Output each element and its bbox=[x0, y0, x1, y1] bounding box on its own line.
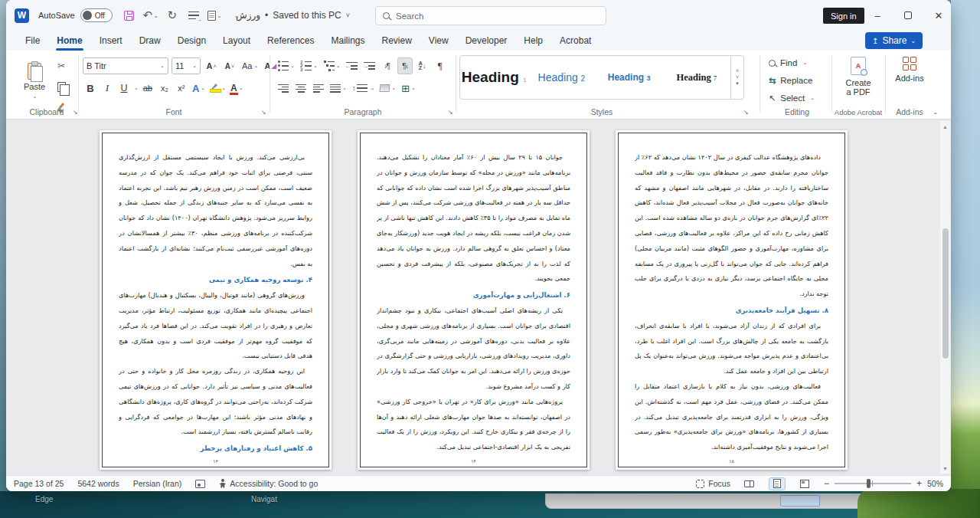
font-size-combo[interactable]: 11 ⌄ bbox=[172, 57, 201, 74]
strikethrough-button[interactable]: ab bbox=[140, 80, 155, 97]
justify-button[interactable]: ⌄ bbox=[328, 80, 348, 97]
document-title[interactable]: ورزش • Saved to this PC ˅ bbox=[236, 0, 350, 31]
tab-file[interactable]: File bbox=[17, 31, 48, 51]
web-layout-button[interactable] bbox=[796, 477, 813, 490]
right-to-left-button[interactable]: ¶‹ bbox=[397, 57, 413, 74]
bold-button[interactable]: B bbox=[83, 80, 98, 97]
align-right-button[interactable] bbox=[276, 80, 291, 97]
tab-review[interactable]: Review bbox=[374, 31, 420, 51]
zoom-slider-tick bbox=[872, 480, 873, 487]
zoom-in-button[interactable]: + bbox=[916, 478, 922, 489]
autosave-toggle[interactable]: Off bbox=[80, 8, 113, 22]
font-dialog-launcher[interactable]: ↘ bbox=[259, 107, 268, 116]
style-heading-3[interactable]: Heading 3 bbox=[596, 72, 663, 83]
add-ins-button[interactable]: Add-ins bbox=[891, 57, 928, 83]
styles-gallery-scroll[interactable]: ˄˅▾ bbox=[730, 56, 743, 99]
tab-home[interactable]: Home bbox=[48, 31, 90, 51]
page-indicator[interactable]: Page 13 of 25 bbox=[14, 479, 64, 488]
macro-record-icon[interactable] bbox=[195, 480, 205, 488]
style-heading-7[interactable]: Heading 7 bbox=[663, 72, 730, 84]
style-heading-2[interactable]: Heading 2 bbox=[528, 71, 595, 84]
scroll-up-icon[interactable]: ▲ bbox=[942, 121, 948, 132]
style-heading-1[interactable]: Heading 1 bbox=[460, 69, 528, 86]
bullets-button[interactable]: ⌄ bbox=[276, 57, 296, 74]
collapse-ribbon-button[interactable]: ⌄ bbox=[933, 108, 939, 116]
read-mode-button[interactable] bbox=[741, 477, 758, 490]
shrink-font-button[interactable]: A˅ bbox=[222, 57, 237, 74]
cut-button[interactable]: ✂ bbox=[54, 57, 69, 74]
italic-button[interactable]: I bbox=[100, 80, 115, 97]
accessibility-status[interactable]: Accessibility: Good to go bbox=[219, 479, 318, 488]
left-to-right-button[interactable]: ›¶ bbox=[380, 57, 395, 74]
tab-design[interactable]: Design bbox=[169, 31, 214, 51]
word-app-icon[interactable]: W bbox=[15, 8, 29, 23]
language-indicator[interactable]: Persian (Iran) bbox=[133, 479, 182, 488]
zoom-percentage[interactable]: 50% bbox=[927, 479, 943, 488]
editor-pane-button[interactable] bbox=[185, 5, 203, 25]
tab-references[interactable]: References bbox=[259, 31, 322, 51]
export-document-button[interactable]: ⌄ bbox=[206, 5, 224, 25]
document-paragraph: پروژه‌هایی مانند «ورزش برای کار» در تهرا… bbox=[377, 395, 570, 453]
tab-mailings[interactable]: Mailings bbox=[322, 31, 373, 51]
scroll-down-icon[interactable]: ▼ bbox=[942, 463, 948, 474]
sort-button[interactable]: AZ↓ bbox=[415, 57, 430, 74]
tab-layout[interactable]: Layout bbox=[214, 31, 259, 51]
grow-font-button[interactable]: A˄ bbox=[204, 57, 219, 74]
font-color-button[interactable]: A⌄ bbox=[229, 80, 245, 97]
search-icon bbox=[383, 12, 390, 19]
word-count[interactable]: 5642 words bbox=[77, 479, 119, 488]
share-button[interactable]: ↥ Share ⌄ bbox=[865, 32, 923, 49]
vertical-scrollbar[interactable]: ▲ ▼ bbox=[940, 121, 950, 474]
zoom-out-button[interactable]: − bbox=[824, 478, 829, 489]
zoom-slider[interactable] bbox=[835, 483, 911, 484]
shading-button[interactable]: ⌄ bbox=[378, 80, 397, 97]
superscript-button[interactable]: x² bbox=[174, 80, 189, 97]
print-layout-button[interactable] bbox=[769, 477, 786, 490]
scrollbar-thumb[interactable] bbox=[942, 228, 949, 359]
document-page[interactable]: جوانان ۱۵ تا ۲۹ سال بیش از ۶۰٪ آمار معتا… bbox=[358, 130, 590, 470]
borders-button[interactable]: ⊞⌄ bbox=[400, 80, 417, 97]
change-case-button[interactable]: Aa⌄ bbox=[240, 57, 260, 74]
highlight-color-button[interactable]: ⌄ bbox=[208, 80, 227, 97]
copy-button[interactable] bbox=[54, 78, 69, 95]
subscript-button[interactable]: x₂ bbox=[157, 80, 172, 97]
tab-draw[interactable]: Draw bbox=[131, 31, 169, 51]
tab-developer[interactable]: Developer bbox=[457, 31, 516, 51]
tab-acrobat[interactable]: Acrobat bbox=[551, 31, 599, 51]
tab-insert[interactable]: Insert bbox=[91, 31, 131, 51]
focus-mode-button[interactable]: Focus bbox=[696, 479, 730, 488]
align-left-button[interactable] bbox=[311, 80, 326, 97]
document-page[interactable]: بی‌ارزشی می‌کند. ورزش با ایجاد سیستمی مس… bbox=[100, 130, 332, 470]
text-effects-button[interactable]: A⌄ bbox=[191, 80, 207, 97]
minimize-button[interactable]: – bbox=[862, 0, 893, 31]
search-input[interactable] bbox=[396, 11, 599, 21]
close-button[interactable]: ✕ bbox=[923, 0, 951, 31]
font-name-combo[interactable]: B Titr ⌄ bbox=[83, 57, 168, 74]
numbering-button[interactable]: ⌄ bbox=[299, 57, 319, 74]
styles-more-icon: ▾ bbox=[736, 80, 739, 87]
paste-button[interactable]: Paste ⌄ bbox=[17, 56, 52, 107]
decrease-indent-button[interactable] bbox=[345, 57, 360, 74]
styles-dialog-launcher[interactable]: ↘ bbox=[741, 107, 750, 116]
save-button[interactable] bbox=[120, 5, 139, 25]
search-box[interactable] bbox=[375, 6, 606, 25]
line-spacing-button[interactable]: ↕⌄ bbox=[351, 80, 376, 97]
sign-in-button[interactable]: Sign in bbox=[823, 8, 864, 24]
undo-button[interactable]: ↶⌄ bbox=[142, 5, 160, 25]
increase-indent-button[interactable] bbox=[362, 57, 377, 74]
document-page[interactable]: داده‌های پژوهشگاه عدالت کیفری در سال ۱۴۰… bbox=[616, 130, 848, 470]
find-button[interactable]: Find⌄ bbox=[769, 56, 815, 70]
multilevel-list-button[interactable]: ⌄ bbox=[322, 57, 342, 74]
select-button[interactable]: ↖Select⌄ bbox=[769, 91, 815, 105]
tab-view[interactable]: View bbox=[420, 31, 457, 51]
align-center-button[interactable] bbox=[293, 80, 309, 97]
create-pdf-button[interactable]: A Createa PDF bbox=[838, 57, 879, 97]
redo-button[interactable]: ↻ bbox=[163, 5, 181, 25]
show-hide-marks-button[interactable]: ¶ bbox=[433, 57, 448, 74]
maximize-button[interactable] bbox=[893, 0, 923, 31]
underline-button[interactable]: U bbox=[116, 80, 132, 97]
paragraph-dialog-launcher[interactable]: ↘ bbox=[446, 107, 455, 116]
replace-button[interactable]: ⇆Replace bbox=[769, 74, 815, 87]
tab-help[interactable]: Help bbox=[515, 31, 551, 51]
zoom-slider-thumb[interactable] bbox=[867, 479, 871, 488]
